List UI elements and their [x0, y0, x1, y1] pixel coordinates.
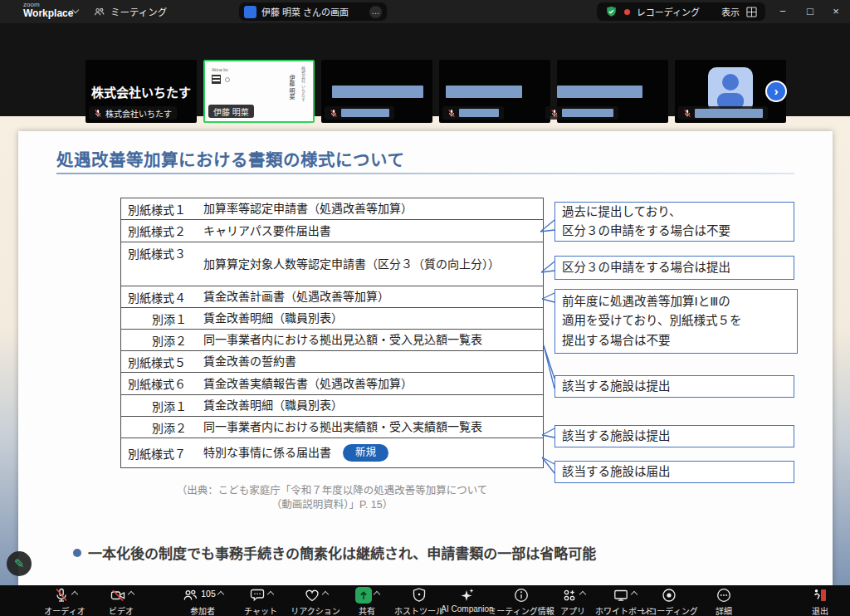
recording-indicator-label[interactable]: レコーディング [637, 5, 700, 18]
record-icon [661, 587, 677, 604]
chevron-up-icon[interactable] [373, 591, 379, 598]
callout-note: 該当する施設は提出 [554, 375, 794, 398]
heart-icon [304, 587, 320, 604]
chevron-up-icon[interactable] [266, 591, 273, 598]
summary-bullet: 一本化後の制度でも事務手続きの簡素化は継続され、申請書類の一部は省略可能 [73, 542, 596, 563]
recording-button[interactable]: レコーディング [638, 587, 701, 616]
video-tile-company[interactable]: 株式会社いちたす 株式会社いちたす [85, 60, 197, 123]
video-tile[interactable] [557, 60, 668, 123]
callout-note: 前年度に処遇改善等加算ⅠとⅢの 適用を受けており、別紙様式５を 提出する場合は不… [554, 289, 798, 354]
logo-ring-icon [225, 77, 230, 82]
redacted-name [332, 86, 423, 98]
chevron-up-icon[interactable] [630, 591, 637, 598]
share-screen-icon [355, 587, 372, 604]
titlebar-status-cluster: レコーディング 表示 [597, 2, 765, 21]
participant-name-tag [325, 106, 394, 120]
tab-meeting-label: ミーティング [110, 5, 167, 18]
audio-button[interactable]: オーディオ [38, 587, 91, 616]
table-row: 別紙様式５賃金改善の誓約書 [121, 351, 543, 373]
view-button-label[interactable]: 表示 [721, 5, 740, 18]
arrow-up-icon [357, 589, 370, 602]
chevron-up-icon[interactable] [71, 591, 77, 598]
participants-count: 105 [201, 589, 216, 599]
video-button[interactable]: ビデオ [95, 587, 148, 616]
bullet-dot-icon [73, 549, 81, 557]
shared-screen-region: 処遇改善等加算における書類の様式について 別紙様式１加算率等認定申請書（処遇改善… [0, 116, 850, 585]
shield-icon [411, 587, 427, 604]
share-button[interactable]: 共有 [344, 587, 390, 616]
callout-note: 過去に提出しており、 区分３の申請をする場合は不要 [554, 202, 794, 242]
participants-icon [182, 587, 198, 604]
table-row: 別紙様式３ 加算算定対象人数等認定申請書（区分３（質の向上分）） [121, 242, 543, 286]
chevron-up-icon[interactable] [579, 591, 585, 598]
annotate-button[interactable]: ✎ [7, 551, 32, 576]
reactions-button[interactable]: リアクション [282, 587, 349, 616]
window-close-button[interactable]: × [823, 0, 848, 23]
zoom-workplace-logo: zoom Workplace [23, 2, 73, 18]
redacted-name [695, 109, 763, 118]
chevron-up-icon[interactable] [321, 591, 328, 598]
whiteboard-icon [613, 587, 629, 604]
mic-muted-icon [683, 109, 691, 118]
leave-door-icon [812, 587, 828, 604]
table-row: 別紙様式７ 特別な事情に係る届出書 新規 [121, 438, 543, 467]
ai-sparkle-icon [459, 587, 476, 604]
table-row: 別紙様式４賃金改善計画書（処遇改善等加算） [121, 286, 543, 308]
chevron-up-icon[interactable] [217, 591, 224, 598]
mic-muted-icon [330, 109, 338, 118]
tab-meeting[interactable]: ミーティング [93, 3, 167, 20]
recording-dot-icon [624, 9, 630, 15]
table-row: 別紙様式１加算率等認定申請書（処遇改善等加算） [121, 198, 543, 220]
qr-code [212, 75, 221, 84]
source-citation: （出典：こども家庭庁「令和７年度以降の処遇改善等加算について （動画説明資料）」… [120, 484, 544, 512]
participant-name-tag: 伊藤 明菜 [208, 105, 254, 118]
title-underline [56, 173, 794, 174]
participant-name-tag: 株式会社いちたす [89, 106, 177, 120]
participant-name-tag [678, 106, 768, 120]
chat-icon [249, 587, 266, 604]
apps-button[interactable]: アプリ [548, 587, 598, 616]
info-icon [513, 587, 530, 604]
chat-button[interactable]: チャット [236, 587, 286, 616]
security-shield-icon[interactable] [605, 5, 618, 18]
view-grid-icon[interactable] [746, 7, 757, 17]
video-tile[interactable] [439, 60, 550, 123]
business-card-name: 伊藤 明菜 [287, 75, 296, 100]
apps-icon [561, 587, 578, 604]
mic-muted-icon [94, 109, 102, 118]
leave-button[interactable]: 退出 [799, 587, 841, 616]
ellipsis-icon [716, 587, 732, 604]
business-card-name-en: Akina Ito [212, 67, 227, 72]
callout-note: 該当する施設は提出 [554, 425, 794, 447]
tab-shared-screen[interactable]: 伊藤 明菜 さんの画面 … [239, 2, 387, 21]
next-participants-button[interactable]: › [765, 81, 787, 102]
share-thumbnail-icon [244, 6, 256, 18]
tab-options-icon[interactable]: … [369, 6, 382, 18]
mic-muted-icon [550, 109, 559, 118]
table-row: 別紙様式２キャリアパス要件届出書 [121, 220, 543, 242]
more-button[interactable]: 詳細 [699, 587, 749, 616]
participants-button[interactable]: 105 参加者 [173, 587, 232, 616]
summary-bullet-text: 一本化後の制度でも事務手続きの簡素化は継続され、申請書類の一部は省略可能 [88, 542, 596, 563]
video-strip: 株式会社いちたす 株式会社いちたす Akina Ito 株式会社 いちたす 伊藤… [0, 23, 850, 116]
presentation-slide: 処遇改善等加算における書類の様式について 別紙様式１加算率等認定申請書（処遇改善… [18, 131, 833, 585]
callout-note: 該当する施設は届出 [554, 461, 794, 483]
window-minimize-button[interactable]: − [770, 0, 795, 23]
participant-name-text: 伊藤 明菜 [213, 105, 249, 118]
avatar [708, 67, 753, 112]
participant-display-name: 株式会社いちたす [85, 83, 197, 100]
business-card-company: 株式会社 いちたす [300, 66, 306, 100]
table-row: 別添２同一事業者内における拠出見込額・受入見込額一覧表 [121, 330, 543, 351]
participant-name-tag [442, 106, 504, 120]
chevron-up-icon[interactable] [127, 591, 134, 598]
document-format-table: 別紙様式１加算率等認定申請書（処遇改善等加算） 別紙様式２キャリアパス要件届出書… [120, 198, 544, 468]
mic-muted-icon [447, 109, 456, 118]
table-row: 別添１賃金改善明細（職員別表） [121, 308, 543, 330]
redacted-name [562, 109, 613, 117]
meeting-toolbar: オーディオ ビデオ 105 参加者 [0, 585, 850, 616]
new-badge: 新規 [343, 444, 388, 461]
video-tile[interactable] [321, 60, 432, 123]
redacted-name [341, 109, 389, 117]
video-tile-active-speaker[interactable]: Akina Ito 株式会社 いちたす 伊藤 明菜 伊藤 明菜 [203, 60, 315, 123]
window-maximize-button[interactable]: □ [798, 0, 823, 23]
